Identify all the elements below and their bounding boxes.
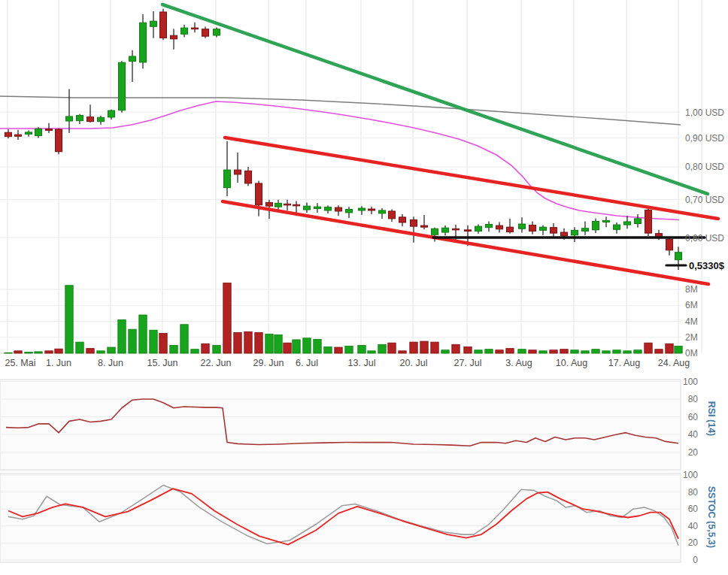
rsi-chart-surface[interactable] <box>0 380 681 470</box>
price-chart-surface[interactable] <box>0 0 703 353</box>
date-axis-label: 8. Jun <box>98 358 123 368</box>
date-axis-label: 27. Jul <box>454 358 482 368</box>
date-axis-label: 15. Jun <box>147 358 177 368</box>
date-axis-label: 6. Jul <box>296 358 318 368</box>
sstoc-tick-label: 0 <box>693 555 698 565</box>
date-axis-label: 10. Aug <box>556 358 587 368</box>
rsi-tick-label: 60 <box>688 412 699 422</box>
date-axis-label: 3. Aug <box>505 358 532 368</box>
rsi-tick-label: 20 <box>688 447 699 458</box>
sstoc-tick-label: 40 <box>688 521 699 531</box>
date-axis-label: 20. Jul <box>400 358 428 368</box>
sstoc-tick-label: 80 <box>688 487 699 498</box>
sstoc-tick-label: 60 <box>688 504 699 514</box>
date-axis-label: 22. Jun <box>200 358 231 368</box>
stock-chart-widget: 1,00 USD0,90 USD0,80 USD0,70 USD0,60 USD… <box>0 0 728 575</box>
chart-canvas: 1,00 USD0,90 USD0,80 USD0,70 USD0,60 USD… <box>0 0 728 575</box>
rsi-tick-label: 100 <box>683 377 698 387</box>
rsi-tick-label: 80 <box>688 394 699 404</box>
date-axis-label: 29. Jun <box>253 358 284 368</box>
sstoc-tick-label: 100 <box>683 470 698 480</box>
date-axis-label: 17. Aug <box>608 358 640 368</box>
rsi-tick-label: 40 <box>688 429 699 440</box>
sstoc-tick-label: 20 <box>688 537 699 548</box>
rsi-panel-title: RSI (14) <box>706 401 717 437</box>
date-axis-label: 13. Jul <box>348 358 376 368</box>
date-axis-label: 25. Mai <box>5 358 36 368</box>
date-axis-label: 24. Aug <box>658 358 690 368</box>
sstoc-panel-title: SSTOC (5,5,3) <box>706 486 717 548</box>
date-axis-label: 1. Jun <box>46 358 71 368</box>
stochastic-chart-surface[interactable] <box>0 474 681 562</box>
